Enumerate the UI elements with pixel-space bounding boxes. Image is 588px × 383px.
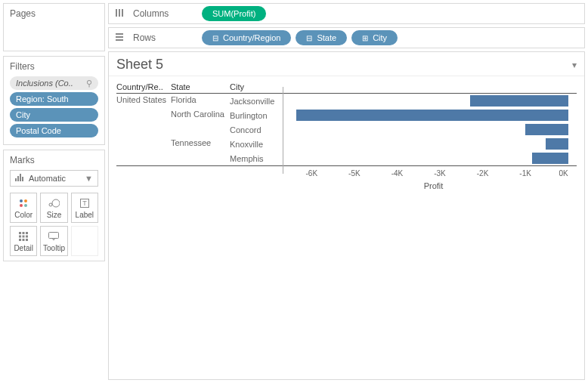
link-icon: ⚲ bbox=[86, 79, 92, 88]
pages-shelf[interactable]: Pages bbox=[3, 3, 105, 51]
bar[interactable] bbox=[532, 153, 568, 164]
axis-tick: -1K bbox=[519, 169, 531, 178]
worksheet-view: Sheet 5 ▾ Country/Re.. State City United… bbox=[108, 51, 585, 380]
svg-rect-14 bbox=[19, 239, 21, 241]
bar-track bbox=[290, 137, 577, 151]
city-label[interactable]: Concord bbox=[230, 125, 290, 134]
pill-country-region[interactable]: ⊟ Country/Region bbox=[202, 30, 291, 45]
svg-rect-23 bbox=[116, 39, 123, 41]
table-row: Burlington bbox=[230, 108, 577, 122]
bar-chart-icon bbox=[15, 174, 24, 183]
table-row: Concord bbox=[230, 122, 577, 137]
svg-point-4 bbox=[49, 203, 52, 206]
marks-empty-slot bbox=[71, 226, 98, 256]
header-state[interactable]: State bbox=[171, 82, 230, 91]
table-row: Memphis bbox=[230, 151, 577, 165]
state-label[interactable]: Florida bbox=[171, 94, 230, 108]
x-axis[interactable]: Profit -6K-5K-4K-3K-2K-1K0K bbox=[290, 166, 577, 195]
city-label[interactable]: Memphis bbox=[230, 154, 290, 163]
bar-track bbox=[290, 94, 577, 108]
marks-label: Marks bbox=[10, 155, 98, 165]
chevron-down-icon: ▼ bbox=[85, 174, 93, 183]
marks-type-dropdown[interactable]: Automatic ▼ bbox=[10, 170, 98, 187]
bar-track bbox=[290, 122, 577, 137]
bar[interactable] bbox=[296, 110, 568, 121]
pill-sum-profit[interactable]: SUM(Profit) bbox=[202, 6, 266, 21]
columns-shelf[interactable]: Columns SUM(Profit) bbox=[108, 3, 585, 24]
svg-rect-2 bbox=[20, 174, 21, 181]
svg-rect-22 bbox=[116, 36, 123, 38]
svg-rect-9 bbox=[23, 232, 25, 234]
svg-rect-17 bbox=[49, 232, 59, 238]
filter-pill[interactable]: City bbox=[10, 108, 98, 122]
header-city[interactable]: City bbox=[230, 82, 290, 91]
axis-title: Profit bbox=[290, 181, 577, 190]
svg-rect-0 bbox=[15, 178, 17, 181]
detail-icon bbox=[19, 230, 28, 242]
axis-tick: 0K bbox=[559, 169, 568, 178]
bar[interactable] bbox=[546, 138, 568, 150]
city-label[interactable]: Knoxville bbox=[230, 140, 290, 149]
tooltip-icon bbox=[48, 230, 59, 242]
bar-track bbox=[290, 151, 577, 165]
svg-rect-20 bbox=[122, 9, 123, 17]
label-icon: T bbox=[80, 197, 89, 209]
axis-tick: -2K bbox=[477, 169, 489, 178]
pill-state[interactable]: ⊟ State bbox=[296, 30, 347, 45]
table-row: Jacksonville bbox=[230, 94, 577, 108]
table-row: Knoxville bbox=[230, 137, 577, 151]
marks-tooltip-button[interactable]: Tooltip bbox=[40, 226, 67, 256]
svg-rect-3 bbox=[22, 177, 23, 181]
sheet-title[interactable]: Sheet 5 bbox=[116, 57, 163, 73]
columns-icon bbox=[115, 8, 128, 20]
filter-pill[interactable]: Postal Code bbox=[10, 124, 98, 137]
svg-rect-16 bbox=[26, 239, 28, 241]
state-label[interactable]: Tennessee bbox=[171, 137, 230, 165]
filters-label: Filters bbox=[10, 61, 98, 72]
marks-type-label: Automatic bbox=[29, 174, 66, 183]
svg-rect-8 bbox=[19, 232, 21, 234]
filters-shelf[interactable]: Filters Inclusions (Co..⚲Region: SouthCi… bbox=[3, 56, 105, 145]
svg-rect-15 bbox=[23, 239, 25, 241]
svg-rect-12 bbox=[23, 235, 25, 237]
axis-tick: -5K bbox=[348, 169, 361, 178]
svg-rect-19 bbox=[119, 9, 120, 17]
city-label[interactable]: Jacksonville bbox=[230, 97, 290, 106]
rows-icon bbox=[115, 32, 128, 44]
header-country[interactable]: Country/Re.. bbox=[116, 82, 171, 91]
bar-track bbox=[290, 108, 577, 122]
axis-border bbox=[283, 87, 283, 174]
axis-tick: -3K bbox=[434, 169, 446, 178]
country-label[interactable]: United States bbox=[116, 94, 171, 165]
svg-rect-13 bbox=[26, 235, 28, 237]
pill-city[interactable]: ⊞ City bbox=[351, 30, 398, 45]
filter-pill[interactable]: Region: South bbox=[10, 92, 98, 106]
marks-label-button[interactable]: T Label bbox=[71, 193, 98, 223]
bar[interactable] bbox=[470, 95, 568, 107]
svg-rect-11 bbox=[19, 235, 21, 237]
rows-label: Rows bbox=[133, 32, 156, 43]
marks-detail-button[interactable]: Detail bbox=[10, 226, 37, 256]
minus-box-icon: ⊟ bbox=[306, 34, 312, 42]
marks-card: Marks Automatic ▼ Color Size bbox=[3, 150, 105, 261]
svg-rect-21 bbox=[116, 33, 123, 35]
rows-shelf[interactable]: Rows ⊟ Country/Region ⊟ State ⊞ City bbox=[108, 27, 585, 48]
columns-label: Columns bbox=[133, 8, 169, 19]
size-icon bbox=[48, 197, 60, 209]
plus-box-icon: ⊞ bbox=[362, 34, 368, 42]
pages-label: Pages bbox=[10, 8, 98, 19]
svg-rect-10 bbox=[26, 232, 28, 234]
city-label[interactable]: Burlington bbox=[230, 111, 290, 120]
svg-point-5 bbox=[52, 199, 60, 207]
state-label[interactable]: North Carolina bbox=[171, 108, 230, 137]
axis-tick: -4K bbox=[391, 169, 404, 178]
svg-text:T: T bbox=[82, 199, 87, 207]
marks-color-button[interactable]: Color bbox=[10, 193, 37, 223]
svg-rect-18 bbox=[116, 9, 117, 17]
bar[interactable] bbox=[525, 124, 568, 135]
sheet-menu-caret-icon[interactable]: ▾ bbox=[572, 60, 577, 70]
svg-rect-1 bbox=[17, 176, 19, 181]
marks-size-button[interactable]: Size bbox=[40, 193, 67, 223]
minus-box-icon: ⊟ bbox=[212, 34, 218, 42]
filter-pill[interactable]: Inclusions (Co..⚲ bbox=[10, 76, 98, 90]
